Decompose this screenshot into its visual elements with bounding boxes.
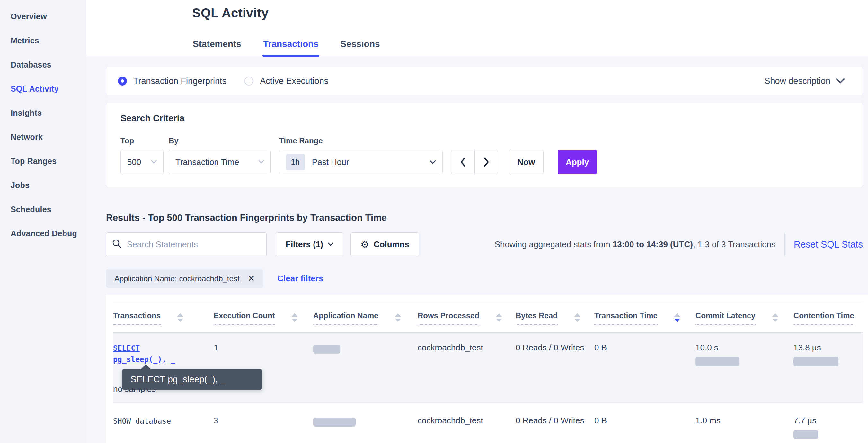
column-header-commit-latency[interactable]: Commit Latency [695, 303, 794, 332]
chevron-down-icon [836, 79, 844, 84]
transaction-fingerprint[interactable]: SHOW database [113, 403, 192, 443]
sidebar: Overview Metrics Databases SQL Activity … [0, 0, 86, 443]
time-range-badge: 1h [286, 154, 305, 170]
filters-button[interactable]: Filters (1) [276, 232, 343, 256]
filter-chip-row: Application Name: cockroachdb_test ✕ Cle… [106, 269, 863, 288]
sidebar-item-advanced-debug[interactable]: Advanced Debug [10, 222, 86, 246]
sidebar-item-sql-activity[interactable]: SQL Activity [10, 77, 86, 101]
column-header-contention-time[interactable]: Contention Time [794, 303, 863, 332]
column-header-execution-count[interactable]: Execution Count [214, 303, 313, 332]
execution-count-cell: 1 [214, 333, 313, 375]
time-range-label: Time Range [279, 136, 323, 145]
chevron-down-icon [258, 160, 264, 164]
bar [695, 357, 739, 366]
radio-label: Active Executions [260, 76, 328, 86]
time-range-value: Past Hour [312, 157, 349, 167]
time-range-select[interactable]: 1h Past Hour [279, 150, 443, 174]
chevron-down-icon [430, 160, 436, 164]
radio-transaction-fingerprints[interactable]: Transaction Fingerprints [118, 76, 226, 86]
top-select-value: 500 [127, 157, 141, 167]
column-header-transaction-time[interactable]: Transaction Time [594, 303, 695, 332]
bar [794, 430, 818, 439]
next-time-range-button[interactable] [474, 150, 498, 174]
sort-icon[interactable] [177, 313, 183, 322]
column-header-bytes-read[interactable]: Bytes Read [516, 303, 594, 332]
transaction-fingerprint-link[interactable]: SELECT pg_sleep(_), _ [113, 333, 192, 375]
previous-time-range-button[interactable] [451, 150, 474, 174]
sidebar-item-databases[interactable]: Databases [10, 53, 86, 77]
by-select-value: Transaction Time [176, 157, 239, 167]
column-header-transactions[interactable]: Transactions [113, 303, 214, 332]
sort-icon[interactable] [772, 313, 778, 322]
columns-button[interactable]: ⚙ Columns [350, 232, 419, 256]
chevron-down-icon [151, 160, 157, 164]
apply-button[interactable]: Apply [558, 150, 597, 174]
sidebar-item-metrics[interactable]: Metrics [10, 29, 86, 53]
tab-sessions[interactable]: Sessions [340, 37, 381, 56]
bar [313, 418, 355, 426]
now-button[interactable]: Now [509, 150, 544, 174]
gear-icon: ⚙ [361, 239, 369, 250]
sidebar-item-network[interactable]: Network [10, 125, 86, 149]
clear-filters-link[interactable]: Clear filters [277, 273, 323, 284]
tab-transactions[interactable]: Transactions [262, 37, 319, 56]
bar [313, 345, 340, 354]
search-criteria-controls: 500 Transaction Time 1h Past Hour [121, 150, 848, 174]
filters-label: Filters (1) [286, 239, 323, 249]
transaction-time-cell: 10.0 s [695, 333, 794, 375]
bytes-read-cell: 0 B [594, 403, 695, 443]
remove-filter-icon[interactable]: ✕ [248, 273, 255, 284]
search-criteria-heading: Search Criteria [121, 113, 848, 123]
search-statements-field [106, 232, 267, 256]
radio-label: Transaction Fingerprints [133, 76, 226, 86]
top-select[interactable]: 500 [121, 150, 163, 174]
content: Transaction Fingerprints Active Executio… [86, 56, 868, 443]
view-mode-radio-group: Transaction Fingerprints Active Executio… [118, 76, 328, 86]
application-name-filter-chip: Application Name: cockroachdb_test ✕ [106, 269, 263, 288]
search-icon [112, 239, 122, 250]
columns-label: Columns [374, 239, 409, 249]
sort-icon[interactable] [292, 313, 298, 322]
commit-latency-cell: 7.7 µs [794, 403, 863, 443]
by-label: By [169, 136, 279, 145]
column-header-rows-processed[interactable]: Rows Processed [417, 303, 516, 332]
bar [794, 357, 838, 366]
reset-sql-stats-wrap: Reset SQL Stats [784, 233, 863, 256]
transactions-table: Transactions Execution Count Application… [106, 295, 868, 443]
execution-count-bar-cell [313, 403, 417, 443]
sidebar-item-jobs[interactable]: Jobs [10, 173, 86, 197]
search-input[interactable] [127, 239, 260, 249]
tab-statements[interactable]: Statements [192, 37, 242, 56]
page-title: SQL Activity [86, 6, 868, 20]
search-criteria-card: Search Criteria Top By Time Range 500 Tr… [106, 102, 863, 187]
by-select[interactable]: Transaction Time [169, 150, 271, 174]
radio-active-executions[interactable]: Active Executions [245, 76, 328, 86]
sort-icon[interactable] [496, 313, 502, 322]
application-name-cell: cockroachdb_test [417, 333, 516, 375]
show-description-toggle[interactable]: Show description [764, 76, 844, 86]
show-description-label: Show description [764, 76, 830, 86]
bytes-read-cell: 0 B [594, 333, 695, 375]
top-label: Top [121, 136, 169, 145]
sidebar-item-overview[interactable]: Overview [10, 4, 86, 29]
sort-icon[interactable] [395, 313, 401, 322]
table-row[interactable]: SHOW database 3 cockroachdb_test 0 Reads… [113, 403, 863, 443]
sidebar-item-top-ranges[interactable]: Top Ranges [10, 149, 86, 173]
search-criteria-labels: Top By Time Range [121, 136, 848, 145]
stats-time-range: 13:00 to 14:39 (UTC) [613, 239, 693, 249]
reset-sql-stats-link[interactable]: Reset SQL Stats [794, 239, 863, 249]
sort-icon-active[interactable] [674, 313, 680, 322]
radio-unselected-icon [245, 77, 253, 86]
column-header-application-name[interactable]: Application Name [313, 303, 417, 332]
sort-icon[interactable] [575, 313, 580, 322]
aggregated-stats-text: Showing aggregated stats from 13:00 to 1… [495, 239, 775, 249]
tab-bar: Statements Transactions Sessions [86, 37, 868, 56]
table-row[interactable]: SELECT pg_sleep(_), _ 1 cockroachdb_test… [113, 333, 863, 403]
transaction-time-cell: 1.0 ms [695, 403, 794, 443]
application-name-cell: cockroachdb_test [417, 403, 516, 443]
commit-latency-cell: 13.8 µs [794, 333, 863, 375]
filter-chip-label: Application Name: cockroachdb_test [114, 274, 240, 283]
results-heading: Results - Top 500 Transaction Fingerprin… [106, 212, 863, 223]
sidebar-item-insights[interactable]: Insights [10, 101, 86, 125]
sidebar-item-schedules[interactable]: Schedules [10, 197, 86, 222]
